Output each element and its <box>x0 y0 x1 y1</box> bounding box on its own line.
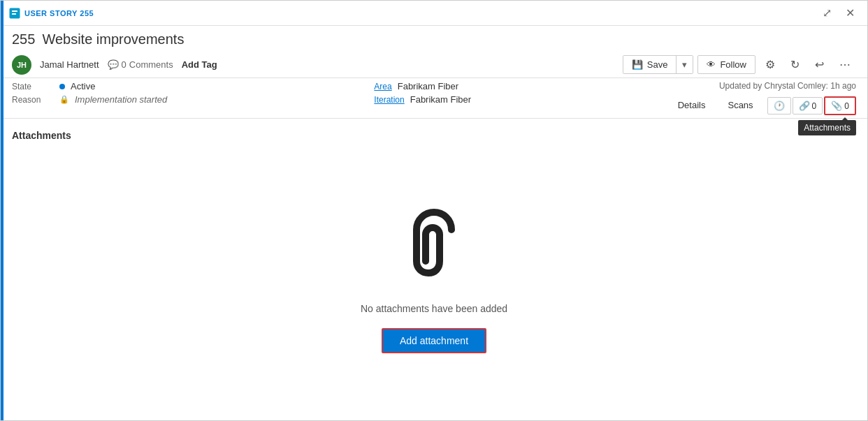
area-label[interactable]: Area <box>374 82 391 91</box>
comment-icon: 💬 <box>108 59 119 70</box>
reason-label: Reason <box>12 95 54 105</box>
story-title: Website improvements <box>42 31 184 47</box>
links-icon: 🔗 <box>799 101 810 111</box>
paperclip-large-icon <box>392 205 476 289</box>
author-name: Jamal Hartnett <box>40 59 99 70</box>
more-options-button[interactable]: ⋯ <box>834 54 856 75</box>
comments-label: Comments <box>129 59 173 70</box>
empty-attachments-text: No attachments have been added <box>361 303 507 314</box>
close-button[interactable]: ✕ <box>841 5 859 21</box>
meta-section: State Active Reason 🔒 Implementation sta… <box>1 78 867 119</box>
save-button[interactable]: 💾 Save <box>623 56 677 73</box>
title-bar: USER STORY 255 ⤢ ✕ <box>1 1 867 26</box>
iteration-row: Iteration Fabrikam Fiber <box>374 94 514 105</box>
iteration-label[interactable]: Iteration <box>374 95 404 105</box>
tab-icons: 🕐 🔗 0 📎 0 Attachments <box>767 96 856 115</box>
save-label: Save <box>647 59 668 70</box>
toolbar-right: 💾 Save ▾ 👁 Follow ⚙ ↻ ↩ ⋯ <box>623 54 856 75</box>
refresh-button[interactable]: ↻ <box>785 54 805 75</box>
comments-button[interactable]: 💬 0 Comments <box>108 59 173 70</box>
attachments-count: 0 <box>844 101 849 111</box>
state-value: Active <box>71 81 95 91</box>
story-title-row: 255 Website improvements <box>12 31 856 47</box>
iteration-value: Fabrikam Fiber <box>410 94 471 105</box>
eye-icon: 👁 <box>707 59 716 70</box>
add-tag-button[interactable]: Add Tag <box>182 59 217 70</box>
svg-rect-2 <box>12 13 16 15</box>
area-row: Area Fabrikam Fiber <box>374 81 514 91</box>
follow-button[interactable]: 👁 Follow <box>697 55 755 74</box>
tabs-row: Details Scans 🕐 🔗 0 📎 0 <box>667 96 856 115</box>
history-icon: 🕐 <box>774 101 785 111</box>
attachments-tooltip: Attachments <box>798 120 856 135</box>
tab-scans[interactable]: Scans <box>716 96 764 115</box>
main-window: USER STORY 255 ⤢ ✕ 255 Website improveme… <box>0 0 868 421</box>
title-bar-right: ⤢ ✕ <box>818 5 859 21</box>
state-label: State <box>12 82 54 91</box>
save-disk-icon: 💾 <box>632 59 643 70</box>
attachments-icon-button[interactable]: 📎 0 <box>824 96 856 115</box>
area-value: Fabrikam Fiber <box>398 81 458 91</box>
title-bar-text: USER STORY 255 <box>24 9 94 17</box>
reason-row: Reason 🔒 Implementation started <box>12 94 222 105</box>
state-row: State Active <box>12 81 222 91</box>
chevron-down-icon: ▾ <box>682 59 687 70</box>
title-bar-left: USER STORY 255 <box>9 8 94 19</box>
undo-button[interactable]: ↩ <box>809 54 830 75</box>
attachments-empty-state: No attachments have been added Add attac… <box>12 149 856 409</box>
area-iteration-group: Area Fabrikam Fiber Iteration Fabrikam F… <box>374 81 514 105</box>
main-content: Attachments No attachments have been add… <box>1 119 867 420</box>
links-count: 0 <box>812 101 817 111</box>
follow-label: Follow <box>720 59 746 70</box>
attachments-section-title: Attachments <box>12 130 856 141</box>
comments-count: 0 <box>122 59 126 70</box>
story-number: 255 <box>12 31 35 47</box>
tab-details[interactable]: Details <box>667 96 717 115</box>
avatar: JH <box>12 55 31 75</box>
save-dropdown-button[interactable]: ▾ <box>676 56 693 73</box>
toolbar-left: JH Jamal Hartnett 💬 0 Comments Add Tag <box>12 55 217 75</box>
svg-rect-1 <box>12 10 17 12</box>
state-reason-group: State Active Reason 🔒 Implementation sta… <box>12 81 222 105</box>
settings-button[interactable]: ⚙ <box>760 54 781 75</box>
state-dot <box>59 84 65 89</box>
add-attachment-button[interactable]: Add attachment <box>382 328 486 353</box>
save-button-group: 💾 Save ▾ <box>623 55 694 74</box>
lock-icon: 🔒 <box>59 95 69 104</box>
history-icon-button[interactable]: 🕐 <box>767 97 791 115</box>
attachments-button-container: 📎 0 Attachments <box>824 96 856 115</box>
paperclip-tab-icon: 📎 <box>831 101 842 111</box>
minimize-button[interactable]: ⤢ <box>818 5 836 21</box>
reason-value: Implementation started <box>75 94 167 105</box>
links-icon-button[interactable]: 🔗 0 <box>793 97 823 115</box>
tabs-updated-group: Updated by Chrystal Comley: 1h ago Detai… <box>667 81 856 115</box>
work-item-icon <box>9 8 20 19</box>
updated-text: Updated by Chrystal Comley: 1h ago <box>719 81 856 91</box>
header: 255 Website improvements JH Jamal Hartne… <box>1 26 867 78</box>
toolbar-row: JH Jamal Hartnett 💬 0 Comments Add Tag 💾… <box>12 52 856 77</box>
